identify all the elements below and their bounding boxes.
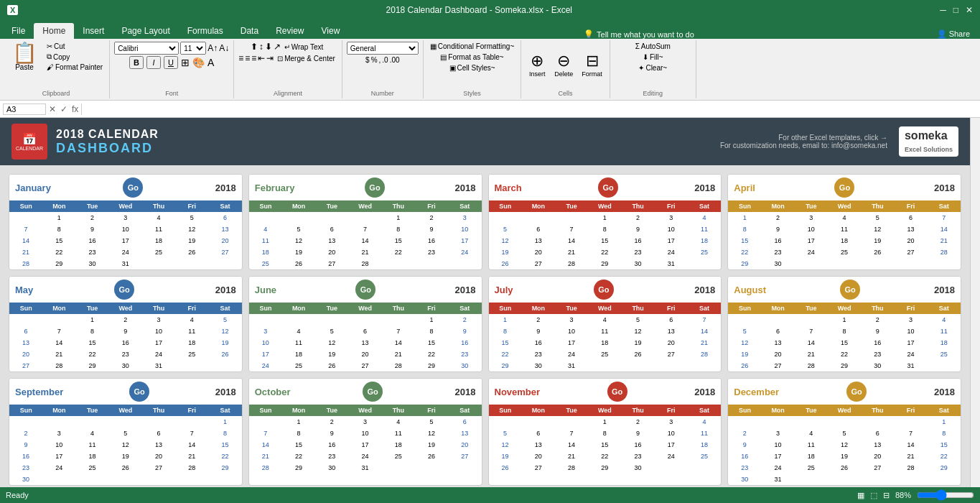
day-cell[interactable]: 7 (382, 326, 415, 337)
day-cell[interactable]: 24 (762, 462, 795, 474)
day-cell[interactable]: 12 (315, 337, 348, 349)
day-cell[interactable]: 13 (895, 223, 928, 235)
day-cell[interactable]: 22 (928, 451, 961, 462)
decrease-font-icon[interactable]: A↓ (219, 43, 229, 53)
day-cell[interactable]: 12 (622, 326, 655, 337)
cancel-formula-icon[interactable]: ✕ (49, 104, 56, 114)
maximize-icon[interactable]: □ (953, 5, 958, 15)
day-cell[interactable]: 4 (382, 416, 415, 428)
day-cell[interactable]: 28 (42, 360, 75, 372)
day-cell[interactable]: 2 (728, 428, 761, 439)
day-cell[interactable]: 26 (489, 462, 522, 474)
day-cell[interactable]: 3 (555, 314, 588, 326)
day-cell[interactable]: 10 (142, 326, 175, 337)
day-cell[interactable]: 11 (175, 326, 208, 337)
day-cell[interactable]: 9 (415, 223, 448, 235)
day-cell[interactable]: 20 (142, 451, 175, 462)
day-cell[interactable]: 14 (555, 439, 588, 451)
day-cell[interactable]: 25 (175, 349, 208, 360)
go-button[interactable]: Go (594, 280, 614, 300)
day-cell[interactable]: 30 (728, 474, 761, 485)
day-cell[interactable]: 1 (282, 416, 315, 428)
day-cell[interactable]: 21 (795, 349, 828, 360)
day-cell[interactable]: 11 (382, 428, 415, 439)
day-cell[interactable]: 22 (42, 246, 75, 258)
day-cell[interactable]: 9 (315, 428, 348, 439)
day-cell[interactable]: 9 (622, 428, 655, 439)
day-cell[interactable]: 1 (76, 314, 109, 326)
day-cell[interactable]: 14 (9, 235, 42, 246)
day-cell[interactable]: 25 (688, 451, 721, 462)
day-cell[interactable]: 11 (688, 223, 721, 235)
day-cell[interactable]: 14 (249, 439, 282, 451)
dec-decrease-icon[interactable]: .00 (390, 56, 400, 64)
day-cell[interactable]: 23 (522, 349, 555, 360)
day-cell[interactable]: 2 (622, 416, 655, 428)
day-cell[interactable]: 17 (555, 337, 588, 349)
sheet-page-break-icon[interactable]: ⊟ (883, 491, 890, 500)
day-cell[interactable]: 20 (448, 439, 481, 451)
day-cell[interactable]: 6 (522, 428, 555, 439)
day-cell[interactable]: 13 (142, 439, 175, 451)
day-cell[interactable]: 24 (109, 246, 142, 258)
cell-reference-box[interactable] (3, 103, 46, 115)
day-cell[interactable]: 18 (688, 235, 721, 246)
day-cell[interactable]: 5 (209, 314, 242, 326)
day-cell[interactable]: 21 (382, 349, 415, 360)
day-cell[interactable]: 10 (555, 326, 588, 337)
align-center-icon[interactable]: ≡ (245, 53, 250, 63)
day-cell[interactable]: 19 (175, 235, 208, 246)
day-cell[interactable]: 29 (728, 258, 761, 269)
day-cell[interactable]: 26 (861, 246, 894, 258)
dec-increase-icon[interactable]: .0 (382, 56, 388, 64)
day-cell[interactable]: 19 (282, 246, 315, 258)
day-cell[interactable]: 19 (209, 337, 242, 349)
day-cell[interactable]: 26 (175, 246, 208, 258)
day-cell[interactable]: 7 (688, 314, 721, 326)
day-cell[interactable]: 13 (522, 235, 555, 246)
format-painter-button[interactable]: 🖌 Format Painter (45, 63, 105, 72)
day-cell[interactable]: 2 (762, 212, 795, 223)
day-cell[interactable]: 5 (728, 326, 761, 337)
go-button[interactable]: Go (840, 280, 860, 300)
percent-icon[interactable]: % (371, 56, 378, 64)
font-color-icon[interactable]: A (207, 57, 214, 68)
day-cell[interactable]: 7 (555, 428, 588, 439)
day-cell[interactable]: 1 (728, 212, 761, 223)
day-cell[interactable]: 18 (828, 235, 861, 246)
bold-button[interactable]: B (129, 56, 144, 69)
align-left-icon[interactable]: ≡ (238, 53, 243, 63)
day-cell[interactable]: 9 (522, 326, 555, 337)
day-cell[interactable]: 27 (655, 349, 688, 360)
day-cell[interactable]: 12 (109, 439, 142, 451)
day-cell[interactable]: 18 (76, 451, 109, 462)
day-cell[interactable]: 30 (9, 474, 42, 485)
day-cell[interactable]: 6 (655, 314, 688, 326)
day-cell[interactable]: 30 (622, 462, 655, 474)
font-family-select[interactable]: Calibri (114, 42, 179, 55)
day-cell[interactable]: 19 (728, 349, 761, 360)
day-cell[interactable]: 28 (349, 258, 382, 269)
day-cell[interactable]: 29 (928, 462, 961, 474)
day-cell[interactable]: 17 (895, 337, 928, 349)
sheet-normal-view-icon[interactable]: ▦ (857, 491, 864, 500)
day-cell[interactable]: 29 (209, 462, 242, 474)
day-cell[interactable]: 27 (522, 462, 555, 474)
day-cell[interactable]: 4 (795, 428, 828, 439)
minimize-icon[interactable]: ─ (940, 5, 946, 15)
day-cell[interactable]: 14 (795, 337, 828, 349)
day-cell[interactable]: 22 (588, 246, 621, 258)
day-cell[interactable]: 1 (209, 416, 242, 428)
day-cell[interactable]: 21 (175, 451, 208, 462)
day-cell[interactable]: 23 (76, 246, 109, 258)
indent-increase-icon[interactable]: ⇥ (266, 53, 274, 63)
day-cell[interactable]: 10 (795, 223, 828, 235)
day-cell[interactable]: 17 (448, 235, 481, 246)
day-cell[interactable]: 20 (762, 349, 795, 360)
border-icon[interactable]: ⊞ (181, 57, 190, 68)
format-button[interactable]: ⊟ Format (579, 50, 605, 79)
day-cell[interactable]: 9 (448, 326, 481, 337)
day-cell[interactable]: 28 (928, 246, 961, 258)
day-cell[interactable]: 11 (588, 326, 621, 337)
day-cell[interactable]: 8 (489, 326, 522, 337)
